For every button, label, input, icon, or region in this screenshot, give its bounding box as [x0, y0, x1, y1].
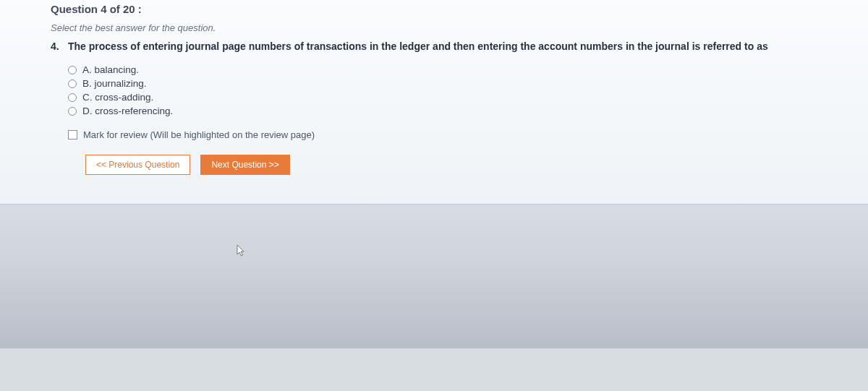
question-number: 4.: [51, 40, 68, 52]
previous-question-button[interactable]: << Previous Question: [85, 155, 190, 175]
mark-review-checkbox[interactable]: [68, 130, 77, 139]
answers-list: A. balancing. B. journalizing. C. cross-…: [68, 64, 846, 116]
mark-for-review-row[interactable]: Mark for review (Will be highlighted on …: [68, 129, 846, 140]
next-question-button[interactable]: Next Question >>: [200, 155, 289, 175]
question-text: The process of entering journal page num…: [68, 39, 768, 54]
instruction-text: Select the best answer for the question.: [51, 22, 846, 33]
answer-option-a[interactable]: A. balancing.: [68, 64, 846, 75]
answer-option-b[interactable]: B. journalizing.: [68, 78, 846, 89]
question-panel: Question 4 of 20 : Select the best answe…: [0, 0, 868, 204]
answer-label-a: A. balancing.: [82, 64, 139, 75]
answer-option-d[interactable]: D. cross-referencing.: [68, 106, 846, 116]
radio-d[interactable]: [68, 107, 77, 116]
answer-label-b: B. journalizing.: [82, 78, 147, 89]
question-row: 4. The process of entering journal page …: [51, 39, 846, 54]
radio-b[interactable]: [68, 80, 77, 88]
question-counter: Question 4 of 20 :: [51, 0, 846, 20]
mark-review-label: Mark for review (Will be highlighted on …: [83, 129, 315, 140]
bottom-background: [0, 204, 868, 348]
radio-c[interactable]: [68, 93, 77, 102]
radio-a[interactable]: [68, 66, 77, 74]
answer-option-c[interactable]: C. cross-adding.: [68, 92, 846, 103]
answer-label-d: D. cross-referencing.: [82, 106, 173, 116]
nav-buttons: << Previous Question Next Question >>: [85, 155, 846, 175]
answer-label-c: C. cross-adding.: [82, 92, 153, 103]
